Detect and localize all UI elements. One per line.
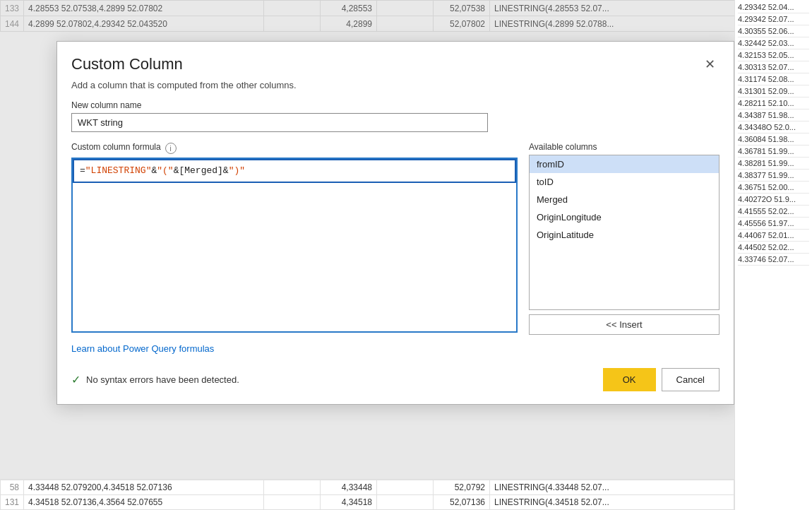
avail-item-toid[interactable]: toID <box>530 173 719 191</box>
column-name-input[interactable] <box>71 113 488 132</box>
status-text: No syntax errors have been detected. <box>86 374 239 385</box>
available-columns-section: Available columns fromID toID Merged Ori… <box>529 142 720 335</box>
formula-box[interactable]: = "LINESTRING" & "(" &[Merged]& ")" <box>71 158 518 333</box>
avail-item-fromid[interactable]: fromID <box>530 155 719 173</box>
column-name-label: New column name <box>71 100 720 110</box>
formula-label: Custom column formula <box>71 142 161 152</box>
bg-table-bottom: 58 4.33448 52.079200,4.34518 52.07136 4,… <box>0 479 734 510</box>
right-column-strip: 4.29342 52.04... 4.29342 52.07... 4.3035… <box>734 0 812 510</box>
formula-equals: = <box>80 165 85 177</box>
formula-string-1: "LINESTRING" <box>85 165 152 177</box>
formula-row: Custom column formula i = "LINESTRING" &… <box>71 142 720 335</box>
dialog-header: Custom Column ✕ <box>57 42 734 78</box>
formula-string-2: "(" <box>157 165 173 177</box>
close-button[interactable]: ✕ <box>700 54 720 74</box>
formula-string-3: ")" <box>229 165 245 177</box>
status-area: ✓ No syntax errors have been detected. <box>71 373 239 386</box>
custom-column-dialog: Custom Column ✕ Add a column that is com… <box>56 41 734 405</box>
bg-row-bottom-2: 131 4.34518 52.07136,4.3564 52.07655 4,3… <box>1 495 734 510</box>
formula-section: Custom column formula i = "LINESTRING" &… <box>71 142 518 335</box>
learn-link[interactable]: Learn about Power Query formulas <box>71 343 214 354</box>
avail-item-originlongitude[interactable]: OriginLongitude <box>530 208 719 226</box>
dialog-footer: ✓ No syntax errors have been detected. O… <box>57 361 734 404</box>
available-columns-label: Available columns <box>529 142 720 152</box>
bg-row-bottom-1: 58 4.33448 52.079200,4.34518 52.07136 4,… <box>1 480 734 495</box>
avail-item-originlatitude[interactable]: OriginLatitude <box>530 226 719 244</box>
formula-amp-1: & <box>151 165 157 177</box>
insert-button[interactable]: << Insert <box>529 314 720 335</box>
available-columns-list: fromID toID Merged OriginLongitude Origi… <box>529 155 720 310</box>
button-row: OK Cancel <box>603 368 720 391</box>
ok-button[interactable]: OK <box>603 368 656 391</box>
formula-label-row: Custom column formula i <box>71 142 518 155</box>
formula-amp-2: &[Merged]& <box>174 165 229 177</box>
dialog-subtitle: Add a column that is computed from the o… <box>57 78 734 100</box>
check-icon: ✓ <box>71 373 80 386</box>
info-icon: i <box>165 143 177 154</box>
formula-highlighted-line: = "LINESTRING" & "(" &[Merged]& ")" <box>73 159 516 183</box>
cancel-button[interactable]: Cancel <box>662 368 720 391</box>
dialog-body: New column name Custom column formula i … <box>57 100 734 361</box>
avail-item-merged[interactable]: Merged <box>530 191 719 208</box>
dialog-title: Custom Column <box>71 55 183 73</box>
